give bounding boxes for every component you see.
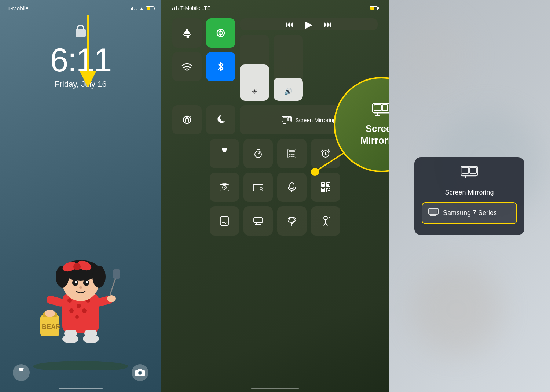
svg-point-18 (72, 280, 78, 286)
brightness-icon: ☀ (252, 88, 257, 96)
svg-point-10 (75, 315, 79, 319)
airplane-mode-button[interactable] (172, 18, 202, 48)
lock-bottom-icons (0, 364, 161, 381)
svg-point-26 (83, 334, 99, 343)
svg-point-45 (220, 33, 221, 34)
svg-rect-80 (260, 188, 262, 189)
svg-rect-111 (382, 105, 388, 111)
zoom-circle-title: Screen Mirroring (360, 123, 389, 146)
svg-rect-55 (288, 117, 291, 121)
svg-point-9 (82, 308, 87, 313)
do-not-disturb-button[interactable] (206, 105, 235, 134)
svg-rect-77 (223, 183, 226, 185)
lock-carrier-label: T-Mobile (7, 5, 29, 11)
mirroring-card-title: Screen Mirroring (445, 189, 494, 196)
zoom-mirroring-icon (372, 103, 389, 120)
svg-point-8 (69, 308, 74, 313)
mirroring-card-icon (461, 166, 478, 183)
mirroring-dialog-panel: Screen Mirroring Samsung 7 Series (389, 0, 550, 392)
svg-point-107 (329, 217, 330, 218)
signal-bars-icon (131, 7, 137, 10)
sleep-button[interactable] (243, 206, 273, 236)
svg-rect-27 (45, 295, 65, 307)
camera-button[interactable] (132, 364, 148, 381)
fast-forward-button[interactable]: ⏭ (324, 20, 332, 29)
bg-blob-1 (396, 18, 469, 92)
svg-point-25 (62, 334, 78, 343)
svg-point-6 (77, 304, 81, 308)
svg-point-21 (86, 281, 88, 283)
volume-icon: 🔊 (284, 88, 292, 96)
svg-rect-110 (374, 105, 381, 111)
svg-point-39 (139, 372, 141, 374)
svg-rect-2 (76, 29, 86, 37)
control-center-panel: T-Mobile LTE (161, 0, 389, 392)
notes-button[interactable] (210, 206, 239, 236)
camera-cc-button[interactable] (210, 173, 239, 202)
connectivity-block (172, 18, 235, 101)
svg-point-14 (92, 266, 106, 288)
cc-status-right-icons (370, 6, 378, 10)
bluetooth-button[interactable] (206, 52, 235, 81)
screen-mirroring-label: Screen Mirroring (296, 117, 336, 123)
timer-button[interactable] (243, 139, 273, 168)
lock-status-bar: T-Mobile ▲ (0, 0, 161, 11)
screen-mirroring-card: Screen Mirroring Samsung 7 Series (414, 157, 524, 235)
hearing-button[interactable] (277, 206, 307, 236)
svg-rect-52 (186, 118, 188, 122)
svg-point-32 (45, 310, 55, 317)
svg-rect-120 (429, 209, 437, 214)
cc-row-1: ⏮ ▶ ⏭ ☀ 🔊 (172, 18, 378, 101)
play-button[interactable]: ▶ (305, 18, 313, 30)
svg-point-5 (67, 298, 72, 303)
wifi-button[interactable] (172, 52, 202, 81)
svg-point-76 (224, 187, 225, 188)
brightness-slider[interactable]: ☀ (240, 35, 269, 101)
samsung-tv-icon (428, 208, 439, 218)
svg-point-50 (186, 70, 188, 71)
samsung-device-name: Samsung 7 Series (443, 209, 497, 217)
cc-status-bar: T-Mobile LTE (161, 0, 389, 11)
svg-point-22 (79, 286, 82, 289)
lock-status-icons: ▲ (131, 5, 154, 11)
svg-marker-58 (222, 148, 227, 159)
samsung-device-row[interactable]: Samsung 7 Series (422, 202, 517, 224)
lock-screen-panel: T-Mobile ▲ 6:11 Friday, July (0, 0, 161, 392)
volume-slider[interactable]: 🔊 (274, 35, 303, 101)
home-indicator (59, 388, 103, 389)
svg-point-17 (73, 263, 81, 270)
svg-marker-1 (80, 71, 96, 88)
flashlight-button[interactable] (13, 364, 30, 381)
cc-home-indicator (251, 388, 299, 389)
rewind-button[interactable]: ⏮ (286, 20, 294, 29)
cellular-button[interactable] (206, 18, 235, 48)
battery-icon (146, 6, 154, 10)
svg-rect-34 (113, 269, 120, 279)
svg-point-19 (83, 280, 89, 286)
svg-text:BEAR: BEAR (42, 323, 60, 330)
svg-point-20 (75, 281, 77, 283)
svg-marker-36 (19, 368, 24, 377)
cc-battery-icon (370, 6, 378, 10)
svg-rect-116 (470, 167, 476, 173)
accessibility-button[interactable] (311, 206, 340, 236)
svg-rect-102 (324, 216, 327, 220)
lock-padlock-icon (0, 22, 161, 42)
wallet-button[interactable] (243, 173, 273, 202)
rotation-lock-button[interactable] (172, 105, 202, 134)
svg-line-62 (258, 153, 260, 154)
svg-rect-97 (254, 218, 263, 223)
svg-line-106 (326, 223, 327, 226)
svg-point-101 (291, 224, 292, 226)
media-controls: ⏮ ▶ ⏭ (240, 18, 378, 30)
svg-point-35 (107, 295, 116, 302)
svg-rect-40 (138, 369, 142, 371)
bg-blob-3 (411, 264, 502, 355)
svg-line-105 (324, 223, 326, 226)
svg-line-33 (110, 278, 115, 295)
annotation-dot (311, 168, 319, 176)
svg-rect-115 (462, 167, 469, 173)
flashlight-cc-button[interactable] (210, 139, 239, 168)
character-illustration: BEAR (0, 187, 161, 370)
wifi-icon: ▲ (139, 5, 144, 11)
